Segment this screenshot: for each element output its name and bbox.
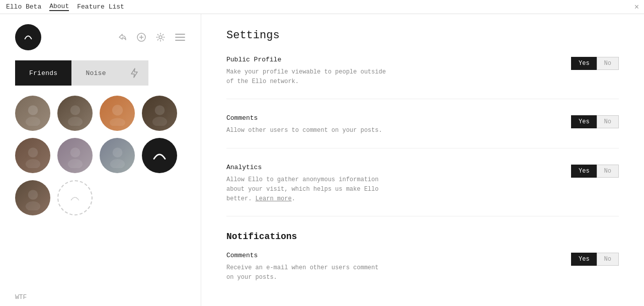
no-button[interactable]: No — [597, 253, 619, 266]
svg-point-23 — [28, 190, 38, 200]
tab-friends[interactable]: Friends — [15, 60, 71, 86]
svg-point-18 — [70, 147, 80, 158]
setting-analytics: Analytics Allow Ello to gather anonymous… — [226, 164, 619, 217]
avatar[interactable] — [15, 96, 50, 131]
learn-more-link[interactable]: Learn more — [256, 195, 292, 202]
toggle-notifications-comments: Yes No — [571, 253, 619, 266]
nav-about[interactable]: About — [49, 3, 69, 11]
setting-public-profile: Public Profile Make your profile viewabl… — [226, 56, 619, 99]
setting-name: Analytics — [226, 164, 387, 171]
setting-desc: Allow other users to comment on your pos… — [226, 126, 387, 135]
add-icon[interactable] — [136, 32, 146, 42]
app-title: Ello Beta — [6, 3, 41, 11]
setting-desc: Make your profile viewable to people out… — [226, 67, 387, 87]
nav-feature-list[interactable]: Feature List — [77, 3, 124, 11]
toggle-public-profile: Yes No — [571, 57, 619, 70]
main-layout: Friends Noise — [0, 14, 644, 306]
yes-button[interactable]: Yes — [571, 115, 597, 128]
toggle-comments: Yes No — [571, 115, 619, 128]
header-row — [0, 14, 201, 60]
svg-point-4 — [159, 36, 162, 39]
close-button[interactable]: × — [634, 3, 639, 12]
yes-button[interactable]: Yes — [571, 165, 597, 178]
menu-icon[interactable] — [175, 33, 186, 42]
svg-point-8 — [28, 105, 38, 115]
avatar[interactable] — [100, 138, 135, 173]
avatar[interactable] — [100, 96, 135, 131]
avatar[interactable] — [57, 138, 93, 173]
svg-point-0 — [21, 30, 36, 45]
setting-desc: Receive an e-mail when other users comme… — [226, 263, 387, 282]
svg-point-15 — [152, 117, 167, 126]
avatar-placeholder[interactable] — [57, 180, 93, 215]
svg-point-14 — [154, 105, 165, 115]
avatar[interactable] — [142, 96, 177, 131]
gear-icon[interactable] — [155, 32, 166, 42]
no-button[interactable]: No — [597, 115, 619, 128]
header-icons — [117, 32, 186, 42]
setting-name: Comments — [226, 114, 387, 122]
svg-point-11 — [67, 117, 82, 126]
avatar[interactable] — [15, 180, 50, 215]
svg-point-24 — [25, 201, 40, 210]
svg-point-13 — [109, 118, 125, 126]
avatar[interactable] — [57, 96, 93, 131]
svg-point-12 — [112, 105, 122, 115]
topbar: Ello Beta About Feature List × — [0, 0, 644, 14]
tab-lightning[interactable] — [120, 60, 148, 86]
svg-point-21 — [110, 159, 124, 168]
logo[interactable] — [15, 24, 41, 50]
avatar[interactable] — [15, 138, 50, 173]
svg-point-20 — [112, 147, 122, 158]
avatar-grid — [0, 86, 201, 225]
svg-point-9 — [25, 117, 40, 126]
no-button[interactable]: No — [597, 165, 619, 178]
settings-title: Settings — [226, 29, 619, 42]
right-panel: Settings Public Profile Make your profil… — [201, 14, 644, 306]
wtf-label: WTF — [0, 288, 201, 306]
svg-point-22 — [149, 145, 170, 166]
notifications-title: Notifications — [226, 232, 619, 242]
yes-button[interactable]: Yes — [571, 57, 597, 70]
setting-name: Comments — [226, 252, 387, 259]
toggle-analytics: Yes No — [571, 165, 619, 178]
setting-notifications-comments: Comments Receive an e-mail when other us… — [226, 252, 619, 294]
tab-noise[interactable]: Noise — [71, 60, 120, 86]
svg-point-19 — [67, 159, 82, 168]
setting-desc: Allow Ello to gather anonymous informati… — [226, 175, 387, 204]
yes-button[interactable]: Yes — [571, 253, 597, 266]
tabs: Friends Noise — [0, 60, 201, 86]
svg-point-17 — [25, 159, 40, 168]
share-icon[interactable] — [117, 32, 127, 42]
no-button[interactable]: No — [597, 57, 619, 70]
setting-name: Public Profile — [226, 56, 387, 63]
left-panel: Friends Noise — [0, 14, 201, 306]
svg-point-16 — [28, 147, 38, 158]
avatar-ello[interactable] — [142, 138, 177, 173]
setting-comments: Comments Allow other users to comment on… — [226, 114, 619, 148]
svg-point-10 — [70, 105, 80, 115]
